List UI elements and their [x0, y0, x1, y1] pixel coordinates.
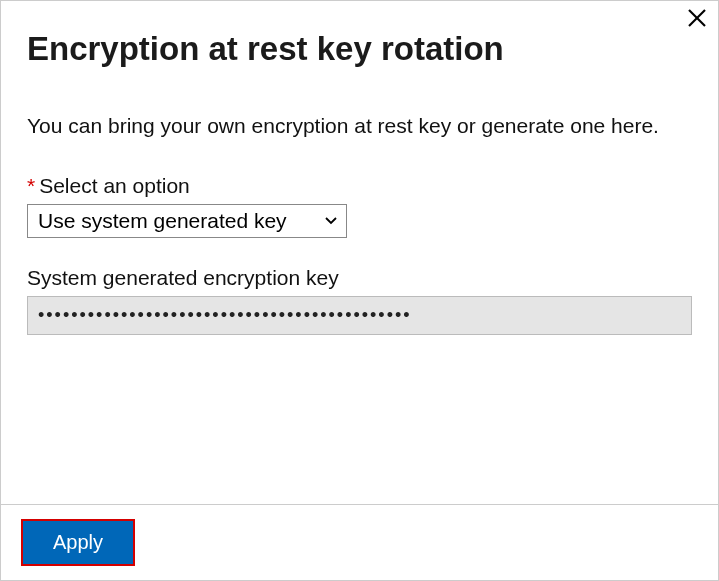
- encryption-key-input[interactable]: [27, 296, 692, 335]
- chevron-down-icon: [323, 209, 339, 233]
- dialog-description: You can bring your own encryption at res…: [27, 111, 692, 140]
- dialog-title: Encryption at rest key rotation: [27, 29, 692, 69]
- key-label: System generated encryption key: [27, 266, 692, 290]
- option-selected-value: Use system generated key: [38, 209, 287, 232]
- option-label-text: Select an option: [39, 174, 190, 197]
- apply-button[interactable]: Apply: [23, 521, 133, 564]
- close-icon[interactable]: [686, 7, 708, 29]
- dialog-footer: Apply: [1, 504, 718, 580]
- option-label: *Select an option: [27, 174, 692, 198]
- option-select-wrap: Use system generated key: [27, 204, 347, 238]
- option-field: *Select an option Use system generated k…: [27, 174, 692, 238]
- key-field: System generated encryption key: [27, 266, 692, 335]
- key-rotation-dialog: Encryption at rest key rotation You can …: [0, 0, 719, 581]
- required-asterisk-icon: *: [27, 174, 35, 197]
- dialog-content: Encryption at rest key rotation You can …: [1, 1, 718, 504]
- option-select[interactable]: Use system generated key: [27, 204, 347, 238]
